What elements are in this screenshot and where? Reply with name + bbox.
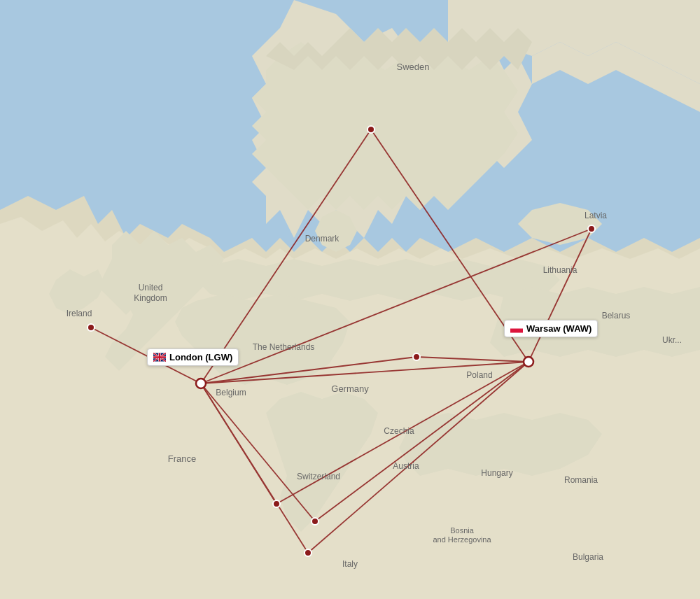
uk-label: United xyxy=(139,283,163,293)
belgium-label: Belgium xyxy=(216,388,246,397)
uk-label2: Kingdom xyxy=(134,293,167,303)
warsaw-label: Warsaw (WAW) xyxy=(504,320,598,337)
svg-point-17 xyxy=(588,225,595,232)
svg-point-19 xyxy=(273,500,280,507)
svg-rect-26 xyxy=(510,329,523,333)
czechia-label: Czechia xyxy=(384,426,414,436)
denmark-label: Denmark xyxy=(305,234,340,244)
svg-point-22 xyxy=(196,379,206,388)
ireland-label: Ireland xyxy=(66,309,92,318)
pl-flag xyxy=(510,324,523,333)
switzerland-label: Switzerland xyxy=(297,472,340,481)
london-label: London (LGW) xyxy=(147,348,239,366)
hungary-label: Hungary xyxy=(481,468,512,478)
svg-point-23 xyxy=(524,357,533,367)
belarus-label: Belarus xyxy=(602,311,631,320)
netherlands-label: The Netherlands xyxy=(253,342,315,352)
ukraine-label: Ukr... xyxy=(662,335,682,345)
map-svg: Sweden Denmark United Kingdom Ireland Th… xyxy=(0,0,700,599)
svg-rect-25 xyxy=(510,325,523,329)
italy-label: Italy xyxy=(342,559,358,569)
svg-point-21 xyxy=(304,549,312,556)
map-container: Sweden Denmark United Kingdom Ireland Th… xyxy=(0,0,700,599)
warsaw-city-name: Warsaw (WAW) xyxy=(526,323,592,334)
svg-point-16 xyxy=(368,126,374,133)
svg-point-15 xyxy=(88,324,94,331)
france-label: France xyxy=(168,453,196,464)
london-city-name: London (LGW) xyxy=(169,352,232,362)
poland-label: Poland xyxy=(466,370,492,380)
austria-label: Austria xyxy=(393,461,419,471)
uk-flag xyxy=(153,353,166,362)
sweden-label: Sweden xyxy=(397,62,430,72)
romania-label: Romania xyxy=(564,475,598,485)
bulgaria-label: Bulgaria xyxy=(573,552,603,562)
bosnia-label2: and Herzegovina xyxy=(433,535,491,544)
svg-point-20 xyxy=(312,518,318,525)
lithuania-label: Lithuania xyxy=(543,265,578,275)
bosnia-label: Bosnia xyxy=(450,526,475,535)
latvia-label: Latvia xyxy=(584,211,607,220)
germany-label: Germany xyxy=(331,383,369,394)
svg-point-18 xyxy=(413,353,420,360)
